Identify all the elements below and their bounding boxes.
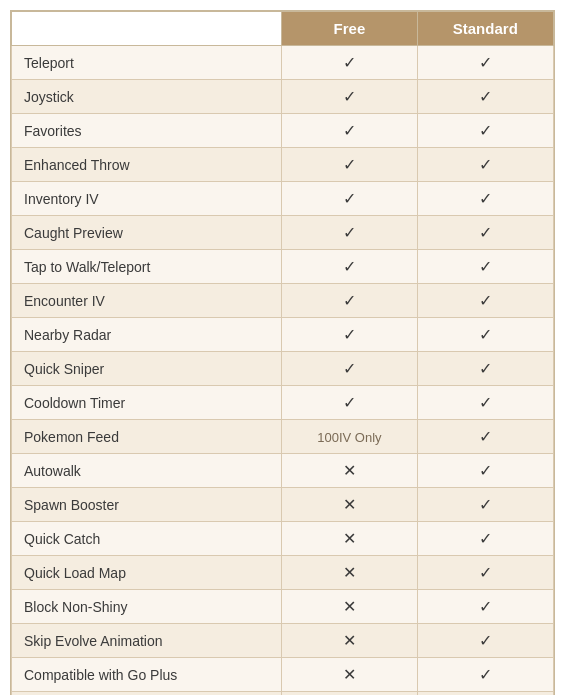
standard-value: ✓ (417, 46, 553, 80)
table-row: Pokemon Feed100IV Only✓ (12, 420, 554, 454)
table-row: Spawn Booster✕✓ (12, 488, 554, 522)
standard-value: ✓ (417, 556, 553, 590)
feature-name: Block Non-Shiny (12, 590, 282, 624)
standard-value: ✓ (417, 590, 553, 624)
check-icon: ✓ (343, 360, 356, 377)
standard-value: ✓ (417, 454, 553, 488)
free-value: ✓ (282, 114, 417, 148)
free-value: ✕ (282, 454, 417, 488)
cross-icon: ✕ (343, 598, 356, 615)
feature-name: Compatible with Go Plus (12, 658, 282, 692)
standard-value: ✓ (417, 284, 553, 318)
check-icon: ✓ (479, 156, 492, 173)
feature-name: Autowalk (12, 454, 282, 488)
feature-name: Nearby Radar (12, 318, 282, 352)
table-row: Inventory IV✓✓ (12, 182, 554, 216)
check-icon: ✓ (479, 632, 492, 649)
free-value: ✕ (282, 556, 417, 590)
check-icon: ✓ (479, 360, 492, 377)
header-free: Free (282, 12, 417, 46)
check-icon: ✓ (343, 156, 356, 173)
feature-name: Enhanced Throw (12, 148, 282, 182)
standard-value: ✓ (417, 182, 553, 216)
comparison-table: Free Standard Teleport✓✓Joystick✓✓Favori… (10, 10, 555, 695)
cross-icon: ✕ (343, 496, 356, 513)
feature-name: Pokemon Feed (12, 420, 282, 454)
table-row: Encounter IV✓✓ (12, 284, 554, 318)
check-icon: ✓ (343, 258, 356, 275)
table-row: Autowalk✕✓ (12, 454, 554, 488)
feature-name: Cooldown Timer (12, 386, 282, 420)
standard-value: ✓ (417, 488, 553, 522)
table-row: Quick Catch✕✓ (12, 522, 554, 556)
feature-name: Quick Catch (12, 522, 282, 556)
free-value: ✓ (282, 284, 417, 318)
standard-value: ✓ (417, 522, 553, 556)
check-icon: ✓ (479, 564, 492, 581)
table-row: Caught Preview✓✓ (12, 216, 554, 250)
free-text: 100IV Only (317, 430, 381, 445)
check-icon: ✓ (343, 326, 356, 343)
check-icon: ✓ (479, 666, 492, 683)
check-icon: ✓ (479, 598, 492, 615)
check-icon: ✓ (343, 292, 356, 309)
table-row: Block Non-Shiny✕✓ (12, 590, 554, 624)
check-icon: ✓ (479, 394, 492, 411)
feature-name: Spawn Booster (12, 488, 282, 522)
table-row: Cooldown Timer✓✓ (12, 386, 554, 420)
feature-name: Caught Preview (12, 216, 282, 250)
standard-value: ✓ (417, 420, 553, 454)
free-value: ✓ (282, 80, 417, 114)
check-icon: ✓ (343, 88, 356, 105)
feature-name: Favorites (12, 114, 282, 148)
check-icon: ✓ (479, 496, 492, 513)
check-icon: ✓ (479, 258, 492, 275)
free-value: ✓ (282, 148, 417, 182)
check-icon: ✓ (479, 190, 492, 207)
feature-name: Joystick (12, 80, 282, 114)
table-row: Joystick✓✓ (12, 80, 554, 114)
table-row: Quick Load Map✕✓ (12, 556, 554, 590)
header-standard: Standard (417, 12, 553, 46)
feature-name: Teleport (12, 46, 282, 80)
table-row: Enhanced Throw✓✓ (12, 148, 554, 182)
check-icon: ✓ (343, 190, 356, 207)
free-value: ✕ (282, 624, 417, 658)
feature-name: Quick Sniper (12, 352, 282, 386)
cross-icon: ✕ (343, 632, 356, 649)
free-value: ✕ (282, 590, 417, 624)
table-row: Skip Evolve Animation✕✓ (12, 624, 554, 658)
free-value: ✕ (282, 658, 417, 692)
table-row: Nearby Radar✓✓ (12, 318, 554, 352)
feature-name: Tap to Walk/Teleport (12, 250, 282, 284)
free-value: ✓ (282, 386, 417, 420)
free-value: 100IV Only (282, 420, 417, 454)
check-icon: ✓ (343, 54, 356, 71)
standard-value: ✓ (417, 386, 553, 420)
free-value: ✕ (282, 692, 417, 696)
standard-value: ✓ (417, 250, 553, 284)
cross-icon: ✕ (343, 462, 356, 479)
feature-name: Inventory IV (12, 182, 282, 216)
table-row: Teleport✓✓ (12, 46, 554, 80)
standard-value: ✓ (417, 692, 553, 696)
check-icon: ✓ (479, 292, 492, 309)
free-value: ✓ (282, 182, 417, 216)
free-value: ✓ (282, 318, 417, 352)
free-value: ✓ (282, 250, 417, 284)
standard-value: ✓ (417, 624, 553, 658)
check-icon: ✓ (479, 530, 492, 547)
standard-value: ✓ (417, 658, 553, 692)
feature-name: Encounter IV (12, 284, 282, 318)
feature-name: Virtual Go Plus (12, 692, 282, 696)
table-row: Favorites✓✓ (12, 114, 554, 148)
standard-value: ✓ (417, 318, 553, 352)
check-icon: ✓ (479, 54, 492, 71)
free-value: ✕ (282, 522, 417, 556)
check-icon: ✓ (479, 122, 492, 139)
free-value: ✕ (282, 488, 417, 522)
table-row: Virtual Go Plus✕✓ (12, 692, 554, 696)
check-icon: ✓ (479, 88, 492, 105)
cross-icon: ✕ (343, 564, 356, 581)
free-value: ✓ (282, 216, 417, 250)
